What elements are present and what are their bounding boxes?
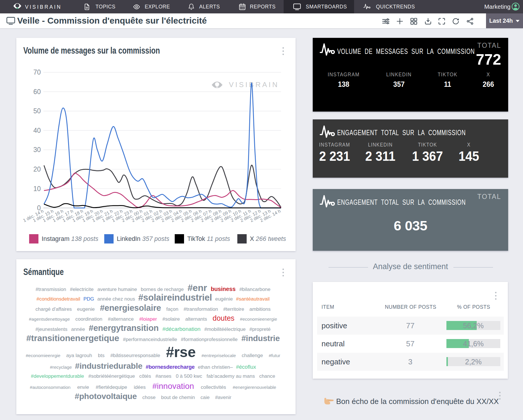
svg-text:20: 20 (33, 165, 41, 173)
svg-text:VISIBRAIN: VISIBRAIN (229, 81, 279, 89)
svg-text:50: 50 (33, 107, 41, 115)
svg-text:30: 30 (33, 146, 41, 153)
svg-text:10: 10 (33, 185, 41, 193)
svg-text:40: 40 (33, 127, 41, 134)
svg-text:70: 70 (33, 68, 41, 76)
svg-text:60: 60 (33, 88, 41, 96)
